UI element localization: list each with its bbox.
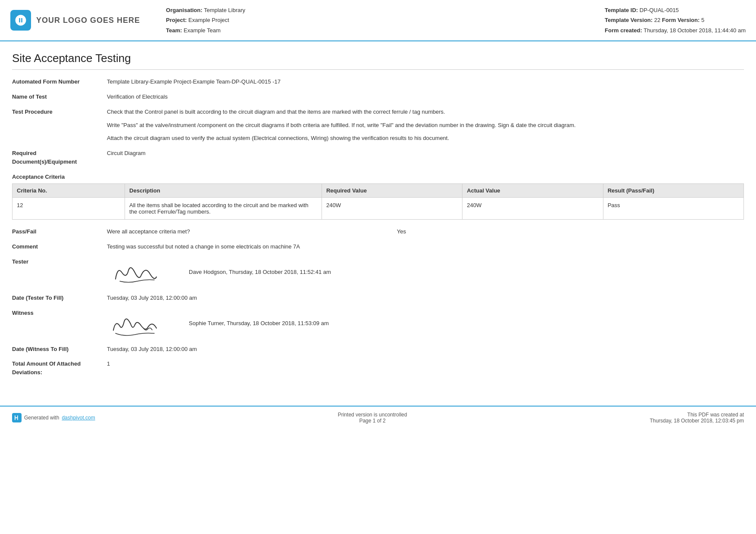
tester-row: Tester Dave Hodgson, Thursday, 18 Octobe… [12, 258, 744, 288]
total-deviations-label: Total Amount Of Attached Deviations: [12, 360, 107, 376]
col-description: Description [125, 184, 322, 198]
page-header: YOUR LOGO GOES HERE Organisation: Templa… [0, 0, 756, 41]
required-docs-label: Required Document(s)/Equipment [12, 149, 107, 166]
cell-description: All the items shall be located according… [125, 198, 322, 220]
template-id-label: Template ID: [605, 7, 638, 13]
template-id-line: Template ID: DP-QUAL-0015 [605, 5, 746, 15]
main-content: Site Acceptance Testing Automated Form N… [0, 41, 756, 393]
tester-label: Tester [12, 258, 107, 266]
total-deviations-value: 1 [107, 360, 744, 369]
project-line: Project: Example Project [166, 15, 596, 25]
page-title: Site Acceptance Testing [12, 52, 744, 70]
date-tester-row: Date (Tester To Fill) Tuesday, 03 July 2… [12, 294, 744, 303]
test-procedure-p3: Attach the circuit diagram used to verif… [107, 134, 744, 143]
name-of-test-label: Name of Test [12, 93, 107, 101]
form-created-label: Form created: [605, 27, 642, 34]
automated-form-row: Automated Form Number Template Library-E… [12, 78, 744, 87]
col-criteria-no: Criteria No. [12, 184, 125, 198]
version-line: Template Version: 22 Form Version: 5 [605, 15, 746, 25]
footer-right-line1: This PDF was created at [650, 412, 744, 418]
date-tester-label: Date (Tester To Fill) [12, 294, 107, 302]
witness-signature-svg [107, 307, 176, 341]
pass-fail-question: Were all acceptance criteria met? [107, 227, 190, 236]
tester-name-date: Dave Hodgson, Thursday, 18 October 2018,… [189, 268, 331, 277]
team-line: Team: Example Team [166, 25, 596, 35]
footer-logo-svg [14, 415, 20, 421]
date-witness-value: Tuesday, 03 July 2018, 12:00:00 am [107, 345, 744, 354]
automated-form-label: Automated Form Number [12, 78, 107, 86]
witness-content: Sophie Turner, Thursday, 18 October 2018… [107, 309, 744, 339]
tester-signature-svg [107, 258, 176, 288]
project-value: Example Project [188, 17, 229, 23]
date-witness-row: Date (Witness To Fill) Tuesday, 03 July … [12, 345, 744, 354]
org-label: Organisation: [166, 7, 203, 13]
cell-required-value: 240W [322, 198, 462, 220]
pass-fail-row: Pass/Fail Were all acceptance criteria m… [12, 227, 744, 236]
logo-text: YOUR LOGO GOES HERE [36, 16, 140, 25]
test-procedure-p2: Write "Pass" at the valve/instrument /co… [107, 121, 744, 130]
witness-label: Witness [12, 309, 107, 317]
cell-criteria-no: 12 [12, 198, 125, 220]
tester-signature [107, 258, 176, 288]
total-deviations-row: Total Amount Of Attached Deviations: 1 [12, 360, 744, 376]
comment-label: Comment [12, 242, 107, 251]
acceptance-criteria-heading: Acceptance Criteria [12, 174, 744, 180]
witness-signature [107, 309, 176, 339]
table-header-row: Criteria No. Description Required Value … [12, 184, 744, 198]
comment-value: Testing was successful but noted a chang… [107, 242, 744, 251]
footer-generated-text: Generated with [24, 415, 59, 421]
test-procedure-row: Test Procedure Check that the Control pa… [12, 108, 744, 143]
table-row: 12 All the items shall be located accord… [12, 198, 744, 220]
form-created-value: Thursday, 18 October 2018, 11:44:40 am [644, 27, 746, 34]
test-procedure-p1: Check that the Control panel is built ac… [107, 108, 744, 117]
footer-center: Printed version is uncontrolled Page 1 o… [338, 412, 407, 424]
col-required-value: Required Value [322, 184, 462, 198]
pass-fail-content: Were all acceptance criteria met? Yes [107, 227, 744, 236]
page-footer: Generated with dashpivot.com Printed ver… [0, 406, 756, 429]
col-result: Result (Pass/Fail) [603, 184, 744, 198]
org-line: Organisation: Template Library [166, 5, 596, 15]
required-docs-row: Required Document(s)/Equipment Circuit D… [12, 149, 744, 166]
form-version-label: Form Version: [662, 17, 700, 23]
footer-logo-area: Generated with dashpivot.com [12, 413, 95, 422]
org-value: Template Library [204, 7, 245, 13]
footer-logo-icon [12, 413, 22, 422]
automated-form-value: Template Library-Example Project-Example… [107, 78, 744, 87]
template-version-label: Template Version: [605, 17, 653, 23]
footer-right-line2: Thursday, 18 October 2018, 12:03:45 pm [650, 418, 744, 424]
name-of-test-row: Name of Test Verification of Electricals [12, 93, 744, 102]
test-procedure-value: Check that the Control panel is built ac… [107, 108, 744, 143]
tester-signature-area: Dave Hodgson, Thursday, 18 October 2018,… [107, 258, 744, 288]
cell-actual-value: 240W [462, 198, 603, 220]
pass-fail-answer: Yes [397, 227, 406, 236]
col-actual-value: Actual Value [462, 184, 603, 198]
logo-icon [10, 10, 31, 31]
form-created-line: Form created: Thursday, 18 October 2018,… [605, 25, 746, 35]
required-docs-value: Circuit Diagram [107, 149, 744, 158]
footer-uncontrolled-text: Printed version is uncontrolled [338, 412, 407, 418]
footer-right: This PDF was created at Thursday, 18 Oct… [650, 412, 744, 424]
team-label: Team: [166, 27, 182, 34]
footer-generated-link[interactable]: dashpivot.com [62, 415, 95, 421]
date-witness-label: Date (Witness To Fill) [12, 345, 107, 354]
criteria-table: Criteria No. Description Required Value … [12, 183, 744, 220]
cell-result: Pass [603, 198, 744, 220]
form-version-value: 5 [701, 17, 704, 23]
template-id-value: DP-QUAL-0015 [640, 7, 679, 13]
logo-area: YOUR LOGO GOES HERE [10, 5, 140, 35]
logo-svg [14, 14, 27, 27]
witness-name-date: Sophie Turner, Thursday, 18 October 2018… [189, 319, 329, 328]
comment-row: Comment Testing was successful but noted… [12, 242, 744, 251]
tester-content: Dave Hodgson, Thursday, 18 October 2018,… [107, 258, 744, 288]
team-value: Example Team [184, 27, 221, 34]
witness-row: Witness Sophie Turner, Thursday, 18 Octo… [12, 309, 744, 339]
test-procedure-label: Test Procedure [12, 108, 107, 116]
header-org-info: Organisation: Template Library Project: … [149, 5, 596, 35]
pass-fail-label: Pass/Fail [12, 227, 107, 236]
name-of-test-value: Verification of Electricals [107, 93, 744, 102]
date-tester-value: Tuesday, 03 July 2018, 12:00:00 am [107, 294, 744, 303]
witness-signature-area: Sophie Turner, Thursday, 18 October 2018… [107, 309, 744, 339]
footer-page-text: Page 1 of 2 [338, 418, 407, 424]
header-meta-info: Template ID: DP-QUAL-0015 Template Versi… [605, 5, 746, 35]
project-label: Project: [166, 17, 187, 23]
